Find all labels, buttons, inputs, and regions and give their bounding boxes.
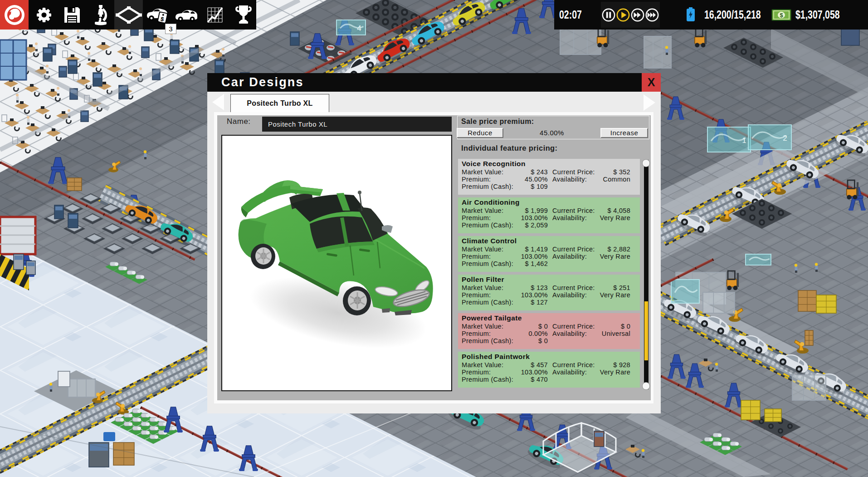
svg-text:4: 4 <box>357 24 361 33</box>
svg-text:$: $ <box>780 12 783 19</box>
svg-text:2: 2 <box>783 134 787 143</box>
svg-text:1: 1 <box>742 136 746 145</box>
